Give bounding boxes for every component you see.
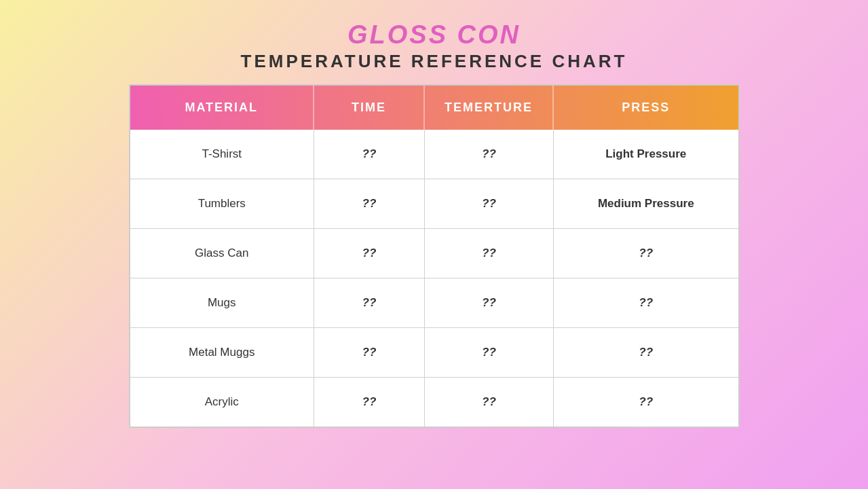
cell-material-4: Metal Muggs [130,328,315,377]
title-section: Gloss Con Temperature Reference Chart [75,20,794,72]
cell-temp-4: ?? [425,328,554,377]
cell-press-2: ?? [554,229,738,278]
page-container: Gloss Con Temperature Reference Chart MA… [61,14,808,475]
chart-wrapper: MATERIAL TIME TEMERTURE PRESS T-Shirst ?… [129,84,740,428]
table-row: Glass Can ?? ?? ?? [130,229,738,278]
cell-temp-5: ?? [425,378,554,427]
cell-press-4: ?? [554,328,738,377]
header-press: PRESS [554,86,738,130]
header-temperature: TEMERTURE [425,86,554,130]
cell-material-3: Mugs [130,278,315,327]
table-row: Acrylic ?? ?? ?? [130,378,738,427]
cell-press-5: ?? [554,378,738,427]
cell-temp-2: ?? [425,229,554,278]
cell-time-3: ?? [314,278,425,327]
table-row: Metal Muggs ?? ?? ?? [130,328,738,378]
cell-time-0: ?? [314,130,425,179]
cell-temp-0: ?? [425,130,554,179]
table-row: Tumblers ?? ?? Medium Pressure [130,179,738,229]
cell-temp-1: ?? [425,179,554,228]
header-time: TIME [314,86,425,130]
cell-press-0: Light Pressure [554,130,738,179]
cell-time-5: ?? [314,378,425,427]
cell-material-2: Glass Can [130,229,315,278]
cell-material-0: T-Shirst [130,130,315,179]
cell-time-4: ?? [314,328,425,377]
cell-time-2: ?? [314,229,425,278]
table-row: Mugs ?? ?? ?? [130,278,738,328]
header-material: MATERIAL [130,86,315,130]
main-title: Gloss Con [75,20,794,50]
table-row: T-Shirst ?? ?? Light Pressure [130,130,738,179]
cell-material-5: Acrylic [130,378,315,427]
cell-press-3: ?? [554,278,738,327]
cell-press-1: Medium Pressure [554,179,738,228]
cell-material-1: Tumblers [130,179,315,228]
chart-header: MATERIAL TIME TEMERTURE PRESS [130,86,738,130]
cell-time-1: ?? [314,179,425,228]
sub-title: Temperature Reference Chart [75,51,794,72]
cell-temp-3: ?? [425,278,554,327]
